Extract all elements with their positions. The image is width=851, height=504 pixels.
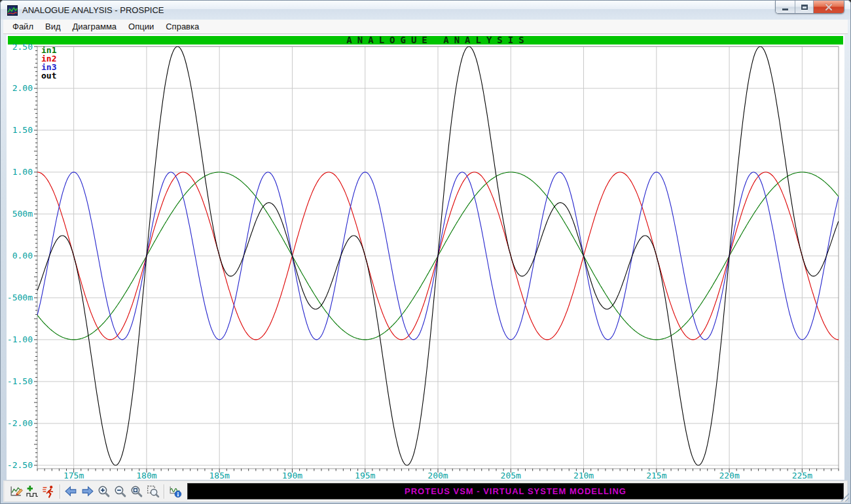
app-icon [7, 5, 18, 16]
analysis-chart[interactable]: ANALOGUE ANALYSIS2.502.001.501.00500m0.0… [7, 35, 844, 480]
zoom-in-button[interactable] [96, 483, 112, 499]
bottom-toolbar: PROTEUS VSM - VIRTUAL SYSTEM MODELLING [3, 480, 848, 502]
y-tick-label: -500m [7, 293, 33, 302]
titlebar[interactable]: ANALOGUE ANALYSIS - PROSPICE [1, 1, 850, 20]
close-button[interactable] [814, 1, 844, 14]
y-tick-label: 500m [12, 209, 33, 219]
window-controls [775, 1, 844, 14]
zoom-full-button[interactable] [128, 483, 145, 499]
simulate-graph-button[interactable] [41, 483, 57, 499]
arrow-left-icon [64, 484, 78, 498]
window-title: ANALOGUE ANALYSIS - PROSPICE [22, 5, 164, 15]
y-tick-label: 2.50 [12, 42, 33, 52]
menu-item-options[interactable]: Опции [122, 20, 160, 33]
legend-out[interactable]: out [41, 71, 56, 81]
x-tick-label: 205m [501, 471, 521, 480]
arrow-right-icon [81, 484, 94, 498]
menu-item-help[interactable]: Справка [160, 20, 205, 33]
y-tick-label: 2.00 [12, 83, 33, 93]
x-tick-label: 200m [427, 471, 448, 480]
status-marquee: PROTEUS VSM - VIRTUAL SYSTEM MODELLING [187, 483, 844, 499]
x-tick-label: 220m [719, 471, 739, 480]
add-trace-button[interactable] [24, 483, 41, 499]
run-simulation-icon [42, 484, 56, 498]
edit-graph-button[interactable] [8, 483, 24, 499]
chart-title-label: ANALOGUE ANALYSIS [346, 35, 529, 45]
x-tick-label: 185m [209, 471, 230, 480]
pan-right-button[interactable] [79, 483, 96, 499]
x-tick-label: 225m [792, 471, 812, 480]
y-tick-label: 0.00 [12, 251, 33, 261]
toolbar-separator [60, 484, 60, 499]
zoom-full-icon [130, 484, 143, 498]
add-trace-icon [26, 484, 39, 498]
status-text: PROTEUS VSM - VIRTUAL SYSTEM MODELLING [405, 486, 626, 496]
maximize-button[interactable] [795, 1, 814, 14]
y-tick-label: 1.00 [12, 167, 33, 177]
chart-client-area: ANALOGUE ANALYSIS2.502.001.501.00500m0.0… [7, 35, 844, 480]
legend: in1in2in3out [41, 45, 57, 81]
y-tick-label: 1.50 [12, 125, 33, 135]
y-tick-label: -1.50 [7, 376, 33, 386]
zoom-area-button[interactable] [145, 483, 161, 499]
menubar: ФайлВидДиаграммаОпцииСправка [3, 20, 848, 34]
x-tick-label: 195m [355, 471, 375, 480]
chart-background [7, 35, 844, 480]
x-tick-label: 215m [646, 471, 666, 480]
menu-item-file[interactable]: Файл [7, 20, 39, 33]
y-tick-label: -2.00 [7, 418, 33, 428]
menu-item-view[interactable]: Вид [39, 20, 67, 33]
edit-graph-icon [9, 484, 23, 498]
minimize-icon [782, 9, 788, 10]
x-tick-label: 180m [136, 471, 156, 480]
pan-left-button[interactable] [63, 483, 79, 499]
minimize-button[interactable] [776, 1, 795, 14]
y-tick-label: -1.00 [7, 334, 33, 344]
graph-info-button[interactable] [167, 483, 183, 499]
toolbar-separator [164, 484, 164, 499]
close-icon [825, 3, 833, 11]
zoom-in-icon [97, 484, 111, 498]
x-tick-label: 210m [573, 471, 594, 480]
analogue-analysis-window: ANALOGUE ANALYSIS - PROSPICE ФайлВидДиаг… [0, 0, 851, 504]
zoom-area-icon [146, 484, 160, 498]
zoom-out-button[interactable] [112, 483, 128, 499]
toolbar-buttons [8, 483, 183, 499]
menu-item-graph[interactable]: Диаграмма [67, 20, 123, 33]
x-tick-label: 175m [63, 471, 84, 480]
zoom-out-icon [113, 484, 127, 498]
graph-info-icon [168, 484, 182, 498]
y-tick-label: -2.50 [7, 460, 33, 470]
x-tick-label: 190m [282, 471, 302, 480]
maximize-icon [801, 5, 808, 10]
